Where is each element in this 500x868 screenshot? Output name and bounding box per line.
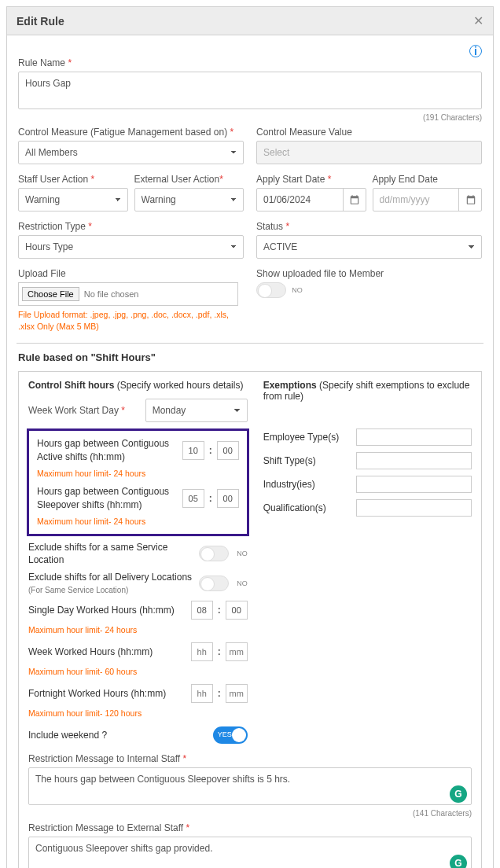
industries-label: Industry(ies) [263,479,350,490]
control-measure-label: Control Measure (Fatigue Management base… [18,127,244,138]
gap-sleep-label: Hours gap between Contiguous Sleepover s… [37,485,178,510]
gap-sleep-note: Maximum hour limit- 24 hours [37,516,239,528]
status-label: Status * [256,221,482,232]
msg-internal-counter: (141 Characters) [28,809,472,818]
gap-active-label: Hours gap between Contiguous Active shif… [37,437,178,462]
calendar-icon[interactable] [343,188,366,211]
modal-body: i Rule Name * Hours Gap (191 Characters)… [7,35,493,868]
single-day-hh[interactable] [191,601,213,620]
rule-name-counter: (191 Characters) [18,113,482,122]
calendar-icon[interactable] [458,188,482,211]
fortnight-mm[interactable] [226,684,248,703]
msg-external-label: Restriction Message to External Staff * [28,822,472,833]
single-day-mm[interactable] [226,601,248,620]
control-measure-value-label: Control Measure Value [256,127,482,138]
excl-same-loc-label: Exclude shifts for a same Service Locati… [28,541,194,566]
employee-type-input[interactable] [356,428,472,446]
gap-active-note: Maximum hour limit- 24 hours [37,468,239,480]
file-input[interactable]: Choose File No file chosen [18,282,238,306]
gap-active-hh[interactable] [182,441,204,460]
excl-same-loc-toggle[interactable] [199,546,229,561]
week-start-select[interactable]: Monday [145,399,248,422]
shift-type-input[interactable] [356,452,472,469]
single-day-label: Single Day Worked Hours (hh:mm) [28,604,186,616]
week-worked-label: Week Worked Hours (hh:mm) [28,645,186,658]
shift-hours-panel: Control Shift hours (Specify worked hour… [18,371,482,868]
industries-input[interactable] [356,476,472,493]
choose-file-button[interactable]: Choose File [22,287,79,301]
upload-hint: File Upload format: .jpeg, .jpg, .png, .… [18,309,238,332]
week-worked-note: Maximum hour limit- 60 hours [28,666,248,678]
show-uploaded-label: Show uploaded file to Member [256,268,482,279]
edit-rule-modal: Edit Rule ✕ i Rule Name * Hours Gap (191… [6,6,494,868]
grammarly-icon[interactable]: G [450,855,467,868]
employee-type-label: Employee Type(s) [263,432,350,443]
apply-end-label: Apply End Date [373,174,483,185]
status-select[interactable]: ACTIVE [256,235,482,259]
fortnight-note: Maximum hour limit- 120 hours [28,708,248,719]
msg-external-input[interactable]: Contiguous Sleepover shifts gap provided… [28,837,472,868]
no-file-text: No file chosen [84,289,139,299]
include-weekend-label: Include weekend ? [28,729,208,741]
control-shift-header: Control Shift hours (Specify worked hour… [28,380,248,391]
show-uploaded-state: NO [292,286,303,294]
external-action-select[interactable]: Warning [134,188,244,211]
highlighted-gap-box: Hours gap between Contiguous Active shif… [27,428,249,535]
upload-label: Upload File [18,268,244,279]
control-measure-value-select: Select [256,141,482,164]
excl-all-loc-label: Exclude shifts for all Delivery Location… [28,571,194,596]
qualifications-label: Qualification(s) [263,502,350,513]
info-icon[interactable]: i [469,45,482,57]
restriction-type-label: Restriction Type * [18,221,244,232]
control-measure-select[interactable]: All Members [18,141,244,164]
rule-name-input[interactable]: Hours Gap [18,72,482,109]
gap-active-mm[interactable] [217,441,239,460]
show-uploaded-toggle[interactable] [256,282,286,298]
excl-all-loc-toggle[interactable] [199,576,229,591]
msg-internal-label: Restriction Message to Internal Staff * [28,753,472,764]
section-title: Rule based on "Shift Hours" [18,351,482,363]
modal-header: Edit Rule ✕ [7,7,493,35]
week-start-label: Week Work Start Day * [28,405,133,416]
gap-sleep-hh[interactable] [182,489,204,508]
modal-title: Edit Rule [17,15,64,28]
restriction-type-select[interactable]: Hours Type [18,235,244,259]
exemptions-header: Exemptions (Specify shift exemptions to … [263,380,472,402]
rule-name-label: Rule Name * [18,57,482,68]
external-action-label: External User Action* [134,174,244,185]
week-worked-mm[interactable] [226,642,248,661]
staff-action-select[interactable]: Warning [18,188,128,211]
week-worked-hh[interactable] [191,642,213,661]
fortnight-label: Fortnight Worked Hours (hh:mm) [28,687,186,700]
apply-start-label: Apply Start Date * [256,174,366,185]
fortnight-hh[interactable] [191,684,213,703]
close-icon[interactable]: ✕ [473,13,483,28]
msg-internal-input[interactable]: The hours gap between Contiguous Sleepov… [28,767,472,805]
qualifications-input[interactable] [356,499,472,517]
include-weekend-toggle[interactable]: YES [213,726,248,744]
staff-action-label: Staff User Action * [18,174,128,185]
gap-sleep-mm[interactable] [217,489,239,508]
single-day-note: Maximum hour limit- 24 hours [28,624,248,636]
shift-type-label: Shift Type(s) [263,455,350,466]
